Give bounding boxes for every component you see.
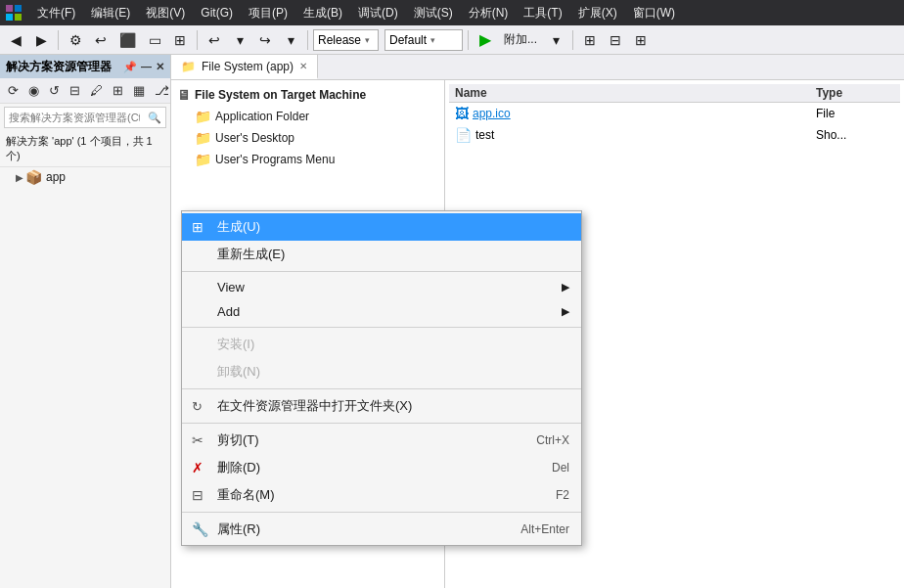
git-button[interactable]: ⎇ bbox=[151, 81, 173, 100]
undo-dropdown[interactable]: ▾ bbox=[228, 28, 251, 52]
refresh-button[interactable]: ↺ bbox=[45, 81, 64, 100]
app-logo bbox=[4, 3, 23, 23]
back-button[interactable]: ◀ bbox=[4, 28, 27, 52]
tab-close-button[interactable]: ✕ bbox=[299, 61, 307, 71]
attach-dropdown[interactable]: ▾ bbox=[544, 28, 567, 52]
release-label: Release bbox=[318, 33, 361, 47]
redo-button[interactable]: ↪ bbox=[253, 28, 277, 52]
menu-build[interactable]: 生成(B) bbox=[295, 0, 350, 25]
file-item-1[interactable]: 📄 test Sho... bbox=[449, 124, 900, 146]
rename-icon: ⊟ bbox=[192, 487, 203, 503]
menu-view[interactable]: 视图(V) bbox=[138, 0, 193, 25]
menu-edit[interactable]: 编辑(E) bbox=[83, 0, 138, 25]
run-button[interactable]: ▶ bbox=[474, 28, 497, 52]
pin-button[interactable]: 📌 bbox=[123, 61, 137, 73]
menubar: 文件(F) 编辑(E) 视图(V) Git(G) 项目(P) 生成(B) 调试(… bbox=[0, 0, 904, 25]
ctx-install-label: 安装(I) bbox=[217, 336, 254, 353]
col-name-header: Name bbox=[455, 86, 816, 100]
tab-filesystem-label: File System (app) bbox=[202, 60, 294, 73]
ctx-add-label: Add bbox=[217, 304, 240, 319]
fs-tree-application-folder[interactable]: 📁 Application Folder bbox=[171, 106, 444, 127]
ctx-view[interactable]: View ▶ bbox=[182, 275, 581, 299]
build-icon: ⊞ bbox=[192, 219, 203, 235]
ctx-properties[interactable]: 🔧 属性(R) Alt+Enter bbox=[182, 516, 581, 543]
menu-analyze[interactable]: 分析(N) bbox=[461, 0, 517, 25]
preview-button[interactable]: ⊞ bbox=[109, 81, 127, 100]
ctx-build[interactable]: ⊞ 生成(U) bbox=[182, 213, 581, 241]
toolbar-icon-4[interactable]: ▭ bbox=[143, 28, 166, 52]
menu-window[interactable]: 窗口(W) bbox=[625, 0, 683, 25]
folder-icon-2: 📁 bbox=[195, 130, 211, 146]
properties-icon: 🔧 bbox=[192, 521, 208, 537]
redo-dropdown[interactable]: ▾ bbox=[279, 28, 302, 52]
solution-label: 解决方案 'app' (1 个项目，共 1 个) bbox=[0, 131, 170, 167]
ctx-add[interactable]: Add ▶ bbox=[182, 299, 581, 324]
solution-explorer-title: 解决方案资源管理器 bbox=[6, 59, 112, 75]
toolbar-icon-7[interactable]: ⊟ bbox=[604, 28, 627, 52]
menu-debug[interactable]: 调试(D) bbox=[350, 0, 406, 25]
ctx-open-folder[interactable]: ↻ 在文件资源管理器中打开文件夹(X) bbox=[182, 392, 581, 420]
default-dropdown[interactable]: Default ▾ bbox=[384, 29, 463, 51]
toolbar-icon-1[interactable]: ⚙ bbox=[64, 28, 87, 52]
delete-icon: ✗ bbox=[192, 460, 203, 475]
menu-extensions[interactable]: 扩展(X) bbox=[570, 0, 625, 25]
toolbar-separator-2 bbox=[197, 30, 198, 50]
tree-item-label: app bbox=[46, 170, 66, 184]
fs-tree-root[interactable]: 🖥 File System on Target Machine bbox=[171, 84, 444, 106]
toolbar-icon-8[interactable]: ⊞ bbox=[629, 28, 653, 52]
ctx-build-label: 生成(U) bbox=[217, 218, 260, 236]
filter-button[interactable]: ▦ bbox=[129, 81, 149, 100]
menu-tools[interactable]: 工具(T) bbox=[516, 0, 569, 25]
context-menu: ⊞ 生成(U) 重新生成(E) View ▶ Add ▶ 安装(I) 卸载(N)… bbox=[181, 210, 582, 546]
menu-file[interactable]: 文件(F) bbox=[29, 0, 83, 25]
ctx-delete[interactable]: ✗ 删除(D) Del bbox=[182, 454, 581, 481]
tab-filesystem[interactable]: 📁 File System (app) ✕ bbox=[171, 55, 318, 79]
ctx-open-folder-label: 在文件资源管理器中打开文件夹(X) bbox=[217, 397, 412, 415]
ctx-rename-label: 重命名(M) bbox=[217, 486, 275, 504]
close-button[interactable]: ✕ bbox=[156, 61, 164, 73]
file-name-1: test bbox=[475, 128, 494, 142]
file-icon-1: 📄 bbox=[455, 127, 472, 143]
toolbar-icon-3[interactable]: ⬛ bbox=[114, 28, 141, 52]
undo-button[interactable]: ↩ bbox=[203, 28, 226, 52]
fs-tree-label-2: User's Programs Menu bbox=[215, 153, 335, 166]
file-icon-0: 🖼 bbox=[455, 106, 469, 121]
menu-git[interactable]: Git(G) bbox=[193, 0, 241, 25]
properties-button[interactable]: 🖊 bbox=[86, 81, 107, 100]
ctx-sep-5 bbox=[182, 512, 581, 513]
tree-item-app[interactable]: ▶ 📦 app bbox=[0, 167, 170, 187]
ctx-install: 安装(I) bbox=[182, 331, 581, 358]
fs-tree-label-1: User's Desktop bbox=[215, 131, 294, 145]
attach-button[interactable]: 附加... bbox=[499, 28, 542, 52]
minimize-button[interactable]: — bbox=[141, 61, 152, 72]
release-dropdown[interactable]: Release ▾ bbox=[313, 29, 379, 51]
toolbar-icon-2[interactable]: ↩ bbox=[89, 28, 113, 52]
menu-test[interactable]: 测试(S) bbox=[406, 0, 461, 25]
menu-project[interactable]: 项目(P) bbox=[241, 0, 295, 25]
file-item-0[interactable]: 🖼 app.ico File bbox=[449, 103, 900, 124]
solution-search-input[interactable] bbox=[5, 112, 144, 123]
toolbar-icon-5[interactable]: ⊞ bbox=[168, 28, 192, 52]
solution-explorer-panel: 解决方案资源管理器 📌 — ✕ ⟳ ◉ ↺ ⊟ 🖊 ⊞ ▦ ⎇ » 🔍 解决方案… bbox=[0, 55, 171, 588]
svg-rect-0 bbox=[6, 5, 13, 12]
file-type-1: Sho... bbox=[816, 128, 894, 142]
ctx-cut[interactable]: ✂ 剪切(T) Ctrl+X bbox=[182, 427, 581, 454]
forward-button[interactable]: ▶ bbox=[29, 28, 53, 52]
collapse-button[interactable]: ⊟ bbox=[66, 81, 84, 100]
show-all-button[interactable]: ◉ bbox=[24, 81, 43, 100]
ctx-rebuild[interactable]: 重新生成(E) bbox=[182, 241, 581, 268]
machine-icon: 🖥 bbox=[177, 87, 191, 103]
fs-tree-programs-menu[interactable]: 📁 User's Programs Menu bbox=[171, 149, 444, 170]
col-type-header: Type bbox=[816, 86, 894, 100]
cut-shortcut: Ctrl+X bbox=[536, 433, 569, 447]
app-icon: 📦 bbox=[25, 169, 42, 185]
ctx-sep-3 bbox=[182, 388, 581, 389]
ctx-delete-label: 删除(D) bbox=[217, 459, 260, 476]
ctx-rename[interactable]: ⊟ 重命名(M) F2 bbox=[182, 481, 581, 509]
toolbar-separator-4 bbox=[468, 30, 469, 50]
sync-button[interactable]: ⟳ bbox=[4, 81, 23, 100]
toolbar-icon-6[interactable]: ⊞ bbox=[578, 28, 602, 52]
fs-tree-desktop[interactable]: 📁 User's Desktop bbox=[171, 127, 444, 149]
svg-rect-1 bbox=[15, 5, 22, 12]
svg-rect-3 bbox=[15, 14, 22, 21]
